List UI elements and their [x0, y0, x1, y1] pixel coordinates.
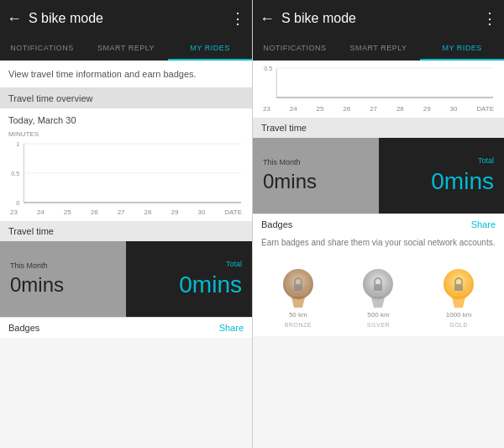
more-icon-left[interactable]: ⋮ [230, 9, 245, 28]
partial-chart-svg: 0.5 [260, 64, 497, 102]
svg-rect-14 [294, 284, 302, 291]
left-panel: ← S bike mode ⋮ NOTIFICATIONS SMART REPL… [0, 0, 252, 448]
tab-notifications-right[interactable]: NOTIFICATIONS [253, 37, 337, 61]
badge-bronze-type: BRONZE [285, 322, 312, 328]
rx-24: 24 [290, 105, 297, 113]
tab-smart-reply-left[interactable]: SMART REPLY [84, 37, 168, 61]
rx-26: 26 [343, 105, 350, 113]
card-total-right: Total 0mins [379, 138, 505, 213]
badge-bronze-km: 50 km [289, 311, 307, 319]
partial-chart-xaxis: 23 24 25 26 27 28 29 30 DATE [260, 105, 497, 114]
chart-svg-left: 1 0.5 0 [7, 140, 245, 207]
x-label-30: 30 [197, 208, 205, 216]
badge-gold-km: 1000 km [446, 311, 472, 319]
badge-bronze-icon [276, 262, 321, 308]
back-icon-right[interactable]: ← [260, 10, 275, 28]
left-app-title: S bike mode [29, 11, 230, 26]
right-panel: ← S bike mode ⋮ NOTIFICATIONS SMART REPL… [252, 0, 504, 448]
badge-silver-icon [355, 262, 401, 308]
x-label-25: 25 [64, 208, 71, 216]
travel-time-section-left: Travel time This Month 0mins Total 0mins [0, 221, 252, 317]
right-top-bar: ← S bike mode ⋮ [253, 0, 504, 37]
badges-share-right[interactable]: Share [471, 219, 496, 229]
partial-chart-right: 0.5 23 24 25 26 27 28 29 30 DATE [253, 61, 504, 118]
badges-title-right: Badges [261, 219, 292, 229]
chart-y-label: MINUTES [7, 130, 245, 138]
chart-area-left: 1 0.5 0 [7, 140, 245, 207]
x-label-24: 24 [37, 208, 45, 216]
x-label-27: 27 [118, 208, 125, 216]
badge-gold-icon [436, 262, 481, 308]
chart-x-axis-left: 23 24 25 26 27 28 29 30 DATE [7, 207, 245, 216]
badges-share-left[interactable]: Share [219, 323, 244, 333]
tab-my-rides-left[interactable]: MY RIDES [168, 37, 252, 61]
travel-time-section-right: Travel time This Month 0mins Total 0mins [253, 118, 504, 213]
badges-header-left: Badges Share [0, 317, 252, 338]
badge-gold: 1000 km GOLD [436, 262, 481, 328]
this-month-label-left: This Month [10, 261, 116, 270]
x-label-29: 29 [171, 208, 178, 216]
card-this-month-left: This Month 0mins [0, 241, 126, 317]
rx-28: 28 [396, 105, 404, 113]
right-content: 0.5 23 24 25 26 27 28 29 30 DATE Travel … [253, 61, 504, 448]
tab-my-rides-right[interactable]: MY RIDES [420, 37, 504, 61]
rx-23: 23 [263, 105, 270, 113]
total-label-left: Total [226, 260, 242, 268]
badge-silver: 500 km SILVER [355, 262, 401, 328]
info-text-left: View travel time information and earn ba… [0, 61, 252, 88]
this-month-label-right: This Month [263, 158, 369, 166]
tab-smart-reply-right[interactable]: SMART REPLY [337, 37, 421, 61]
badges-title-left: Badges [8, 323, 39, 333]
badge-bronze: 50 km BRONZE [276, 262, 321, 328]
badges-header-right: Badges Share [253, 213, 504, 235]
svg-rect-22 [454, 284, 463, 291]
card-total-left: Total 0mins [126, 241, 252, 317]
left-tab-bar: NOTIFICATIONS SMART REPLY MY RIDES [0, 37, 252, 61]
rx-30: 30 [449, 105, 457, 113]
left-top-bar: ← S bike mode ⋮ [0, 0, 252, 37]
tab-notifications-left[interactable]: NOTIFICATIONS [0, 37, 84, 61]
svg-text:1: 1 [16, 141, 19, 147]
x-label-28: 28 [144, 208, 152, 216]
badge-silver-km: 500 km [367, 311, 389, 319]
svg-text:0: 0 [16, 200, 19, 206]
travel-time-cards-right: This Month 0mins Total 0mins [253, 138, 504, 213]
this-month-value-right: 0mins [263, 170, 369, 193]
svg-rect-18 [374, 284, 382, 291]
svg-text:0.5: 0.5 [264, 66, 272, 71]
travel-time-header-left: Travel time [0, 221, 252, 241]
right-app-title: S bike mode [281, 11, 482, 26]
travel-overview-header: Travel time overview [0, 88, 252, 108]
svg-text:0.5: 0.5 [11, 171, 19, 177]
x-label-26: 26 [91, 208, 98, 216]
rx-25: 25 [317, 105, 324, 113]
travel-time-cards-left: This Month 0mins Total 0mins [0, 241, 252, 317]
travel-time-header-right: Travel time [253, 118, 504, 138]
right-tab-bar: NOTIFICATIONS SMART REPLY MY RIDES [253, 37, 504, 61]
total-value-right: 0mins [431, 168, 494, 195]
badges-desc-right: Earn badges and share them via your soci… [253, 235, 504, 254]
badges-row-right: 50 km BRONZE [253, 254, 504, 336]
this-month-value-left: 0mins [10, 273, 116, 297]
left-content: View travel time information and earn ba… [0, 61, 252, 448]
date-label: Today, March 30 [0, 108, 252, 127]
total-label-right: Total [478, 156, 494, 165]
x-label-23: 23 [10, 208, 18, 216]
rx-27: 27 [370, 105, 377, 113]
x-label-date: DATE [224, 208, 242, 216]
back-icon[interactable]: ← [7, 10, 22, 28]
total-value-left: 0mins [179, 271, 242, 298]
rx-29: 29 [423, 105, 431, 113]
badge-silver-type: SILVER [367, 322, 390, 328]
more-icon-right[interactable]: ⋮ [482, 9, 497, 28]
rx-date: DATE [476, 105, 494, 113]
badge-gold-type: GOLD [449, 322, 468, 328]
card-this-month-right: This Month 0mins [253, 138, 379, 213]
chart-container-left: MINUTES 1 0.5 0 23 [0, 127, 252, 221]
